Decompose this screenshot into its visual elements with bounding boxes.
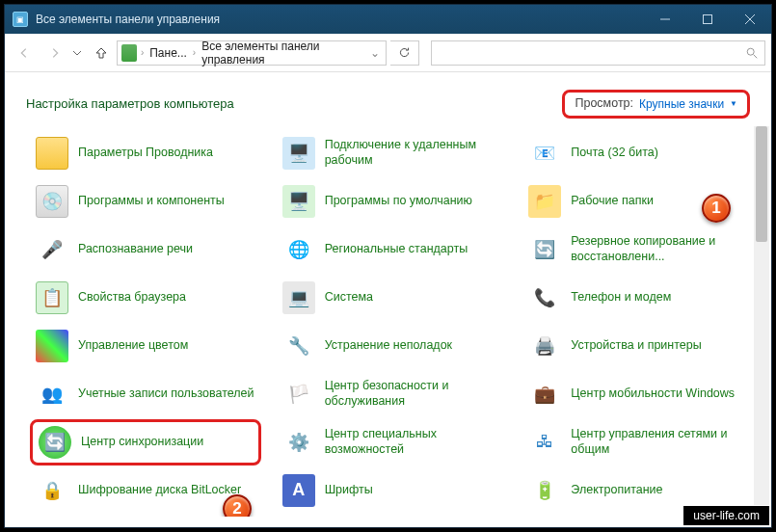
- lock-icon: 🔒: [36, 474, 68, 507]
- item-network-center[interactable]: 🖧Центр управления сетями и общим: [522, 419, 754, 466]
- mail-icon: 📧: [528, 137, 561, 170]
- search-input[interactable]: [431, 40, 765, 66]
- item-phone-modem[interactable]: 📞Телефон и модем: [522, 275, 754, 321]
- network-icon: 🖧: [528, 426, 561, 459]
- color-icon: [36, 330, 68, 362]
- programs-icon: 💿: [36, 185, 68, 218]
- scrollbar[interactable]: [754, 126, 769, 517]
- item-speech[interactable]: 🎤Распознавание речи: [30, 226, 261, 273]
- sync-icon: 🔄: [39, 426, 71, 459]
- item-programs[interactable]: 💿Программы и компоненты: [30, 178, 261, 225]
- watermark: user-life.com: [682, 505, 770, 526]
- navigation-bar: › Пане... › Все элементы панели управлен…: [5, 34, 771, 72]
- svg-rect-0: [704, 15, 712, 24]
- phone-icon: 📞: [528, 281, 561, 314]
- title-bar: ▣ Все элементы панели управления: [5, 5, 771, 34]
- item-color[interactable]: Управление цветом: [30, 323, 261, 369]
- view-value: Крупные значки: [639, 97, 724, 111]
- breadcrumb-1[interactable]: Пане...: [146, 46, 191, 60]
- chevron-down-icon: ▼: [730, 99, 737, 108]
- power-icon: 🔋: [528, 474, 561, 507]
- system-icon: 💻: [282, 281, 315, 314]
- address-dropdown[interactable]: ⌄: [370, 46, 382, 60]
- item-default-programs[interactable]: 🖥️Программы по умолчанию: [277, 178, 508, 225]
- flag-icon: 🏳️: [282, 378, 315, 411]
- item-mobility[interactable]: 💼Центр мобильности Windows: [522, 371, 754, 417]
- item-ease-of-access[interactable]: ⚙️Центр специальных возможностей: [277, 419, 508, 466]
- app-icon: ▣: [13, 12, 28, 27]
- browser-icon: 📋: [36, 281, 68, 314]
- back-button[interactable]: [11, 40, 38, 66]
- view-label: Просмотр:: [575, 96, 633, 112]
- item-fonts[interactable]: AШрифты: [277, 467, 508, 514]
- minimize-button[interactable]: [644, 6, 686, 33]
- printer-icon: 🖨️: [528, 330, 561, 362]
- item-system[interactable]: 💻Система: [277, 275, 508, 321]
- defaults-icon: 🖥️: [282, 185, 315, 218]
- annotation-badge-1: 1: [702, 194, 731, 223]
- breadcrumb-separator: ›: [193, 47, 196, 58]
- item-troubleshoot[interactable]: 🔧Устранение неполадок: [277, 323, 508, 369]
- item-remote-desktop[interactable]: 🖥️Подключение к удаленным рабочим: [277, 130, 508, 176]
- font-icon: A: [282, 474, 315, 507]
- page-title: Настройка параметров компьютера: [26, 96, 234, 111]
- address-bar[interactable]: › Пане... › Все элементы панели управлен…: [117, 40, 387, 66]
- microphone-icon: 🎤: [36, 233, 68, 266]
- accessibility-icon: ⚙️: [282, 426, 315, 459]
- breadcrumb-separator: ›: [141, 47, 144, 58]
- history-dropdown[interactable]: [72, 44, 86, 62]
- item-user-accounts[interactable]: 👥Учетные записи пользователей: [30, 371, 261, 417]
- forward-button[interactable]: [41, 40, 68, 66]
- item-sync-center[interactable]: 🔄Центр синхронизации: [30, 419, 261, 466]
- control-panel-icon: [121, 44, 137, 62]
- troubleshoot-icon: 🔧: [282, 330, 315, 362]
- item-internet-options[interactable]: 📋Свойства браузера: [30, 275, 261, 321]
- scrollbar-thumb[interactable]: [756, 126, 767, 242]
- view-selector[interactable]: Просмотр: Крупные значки ▼: [562, 90, 750, 119]
- window-title: Все элементы панели управления: [36, 13, 220, 26]
- folder-icon: [36, 137, 68, 170]
- item-devices-printers[interactable]: 🖨️Устройства и принтеры: [522, 323, 754, 369]
- remote-icon: 🖥️: [282, 137, 315, 170]
- mobility-icon: 💼: [528, 378, 561, 411]
- work-folder-icon: 📁: [528, 185, 561, 218]
- item-explorer-options[interactable]: Параметры Проводника: [30, 130, 261, 176]
- maximize-button[interactable]: [686, 6, 729, 33]
- item-mail[interactable]: 📧Почта (32 бита): [522, 130, 754, 176]
- globe-icon: 🌐: [282, 233, 315, 266]
- refresh-button[interactable]: [390, 40, 419, 66]
- close-button[interactable]: [729, 6, 771, 33]
- svg-point-1: [747, 48, 754, 55]
- item-security-center[interactable]: 🏳️Центр безопасности и обслуживания: [277, 371, 508, 417]
- users-icon: 👥: [36, 378, 68, 411]
- breadcrumb-2[interactable]: Все элементы панели управления: [198, 40, 368, 66]
- item-region[interactable]: 🌐Региональные стандарты: [277, 226, 508, 273]
- backup-icon: 🔄: [528, 233, 561, 266]
- item-backup[interactable]: 🔄Резервное копирование и восстановлени..…: [522, 226, 754, 273]
- up-button[interactable]: [90, 41, 113, 65]
